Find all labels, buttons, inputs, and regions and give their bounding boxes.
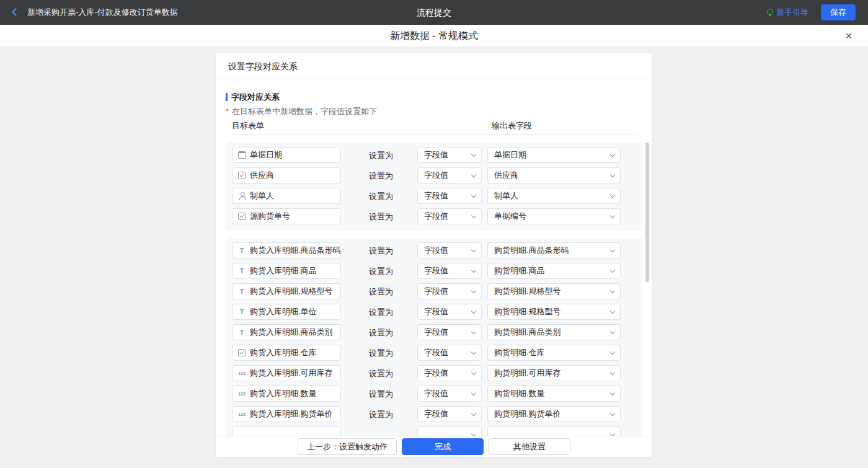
page-mode-title: 流程提交 (417, 0, 451, 25)
chevron-down-icon (471, 370, 476, 375)
output-field-dropdown[interactable]: 购货明细.数量 (487, 386, 621, 402)
target-field-chip: 供应商 (232, 167, 341, 183)
target-field-chip: 源购货单号 (232, 208, 341, 224)
value-type-dropdown[interactable]: 字段值 (417, 283, 482, 299)
chevron-down-icon (471, 268, 476, 273)
value-type-dropdown[interactable]: 字段值 (417, 167, 482, 183)
value-type-dropdown[interactable]: 字段值 (417, 242, 482, 258)
value-type-selected: 字段值 (424, 170, 448, 181)
mapping-row: 制单人 设置为 字段值 制单人 (226, 186, 642, 206)
mapping-row: T 购货入库明细.规格型号 设置为 字段值 购货明细.规格型号 (226, 281, 642, 302)
target-field-chip: T 购货入库明细.单位 (232, 304, 341, 320)
output-field-dropdown[interactable]: 单据编号 (487, 208, 621, 224)
output-field-dropdown[interactable]: 购货明细.商品 (487, 263, 621, 279)
mapping-row (226, 425, 642, 436)
target-field-chip: T 购货入库明细.商品 (232, 263, 341, 279)
target-field-chip: T 购货入库明细.商品类别 (232, 324, 341, 340)
output-field-dropdown[interactable]: 购货明细.仓库 (487, 345, 621, 361)
chevron-down-icon (610, 411, 615, 416)
scrollbar-thumb[interactable] (645, 143, 649, 282)
chevron-down-icon (610, 370, 615, 375)
chevron-down-icon (610, 213, 615, 218)
mapping-row: 123 购货入库明细.可用库存 设置为 字段值 购货明细.可用库存 (226, 363, 642, 384)
mapping-row: 123 购货入库明细.购货单价 设置为 字段值 购货明细.购货单价 (226, 404, 642, 425)
value-type-dropdown[interactable]: 字段值 (417, 147, 482, 163)
output-field-selected: 单据日期 (494, 149, 526, 161)
save-button[interactable]: 保存 (821, 4, 856, 20)
beginner-guide-label: 新手引导 (776, 7, 808, 18)
top-bar: 新增采购开票-入库-付款及修改订货单数据 流程提交 新手引导 保存 (0, 0, 868, 25)
target-field-chip: 单据日期 (232, 147, 341, 163)
value-type-selected: 字段值 (424, 368, 448, 379)
value-type-dropdown[interactable]: 字段值 (417, 208, 482, 224)
target-field-label: 供应商 (250, 170, 274, 181)
close-icon[interactable]: × (842, 29, 856, 43)
value-type-dropdown[interactable]: 字段值 (417, 406, 482, 422)
output-field-dropdown[interactable]: 供应商 (487, 167, 621, 183)
chevron-down-icon (471, 213, 476, 218)
target-field-label: 购货入库明细.数量 (250, 388, 317, 399)
value-type-selected: 字段值 (424, 408, 448, 420)
value-type-selected: 字段值 (424, 327, 448, 338)
number-icon: 123 (237, 410, 246, 418)
output-field-dropdown[interactable]: 购货明细.规格型号 (487, 283, 621, 299)
output-field-selected: 购货明细.数量 (494, 388, 545, 399)
beginner-guide-button[interactable]: 新手引导 (766, 0, 808, 25)
column-header-target-form: 目标表单 (232, 120, 264, 131)
number-icon: 123 (237, 389, 246, 398)
output-field-selected: 购货明细.商品类别 (494, 327, 561, 338)
value-type-dropdown[interactable]: 字段值 (417, 386, 482, 402)
chevron-down-icon (610, 152, 615, 157)
dialog-title: 新增数据 - 常规模式 (390, 25, 478, 47)
column-header-output-fields: 输出表字段 (492, 120, 532, 131)
output-field-dropdown[interactable]: 购货明细.购货单价 (487, 406, 621, 422)
target-field-label: 单据日期 (250, 149, 282, 161)
chevron-down-icon (610, 329, 615, 334)
value-type-dropdown[interactable]: 字段值 (417, 304, 482, 320)
output-field-selected: 购货明细.商品 (494, 265, 545, 276)
output-field-dropdown[interactable] (487, 426, 621, 436)
output-field-selected: 购货明细.商品条形码 (494, 245, 569, 256)
value-type-dropdown[interactable]: 字段值 (417, 365, 482, 381)
prev-step-button[interactable]: 上一步：设置触发动作 (298, 438, 397, 455)
chevron-down-icon (471, 391, 476, 395)
date-icon (237, 151, 246, 159)
chevron-down-icon (610, 391, 615, 395)
chevron-down-icon (610, 268, 615, 273)
set-as-label: 设置为 (369, 145, 393, 166)
output-field-dropdown[interactable]: 购货明细.规格型号 (487, 304, 621, 320)
chevron-down-icon (471, 152, 476, 157)
output-field-selected: 购货明细.仓库 (494, 347, 545, 358)
mapping-group-detail: T 购货入库明细.商品条形码 设置为 字段值 购货明细.商品条形码 T 购货入库… (226, 237, 642, 436)
back-button[interactable] (10, 7, 21, 17)
value-type-dropdown[interactable]: 字段值 (417, 345, 482, 361)
card-footer: 上一步：设置触发动作 完成 其他设置 (216, 436, 652, 457)
set-as-label: 设置为 (369, 186, 393, 206)
card-content: 字段对应关系 *在目标表单中新增数据，字段值设置如下 目标表单 输出表字段 单据… (216, 79, 652, 436)
output-field-dropdown[interactable]: 购货明细.商品条形码 (487, 242, 621, 258)
value-type-selected: 字段值 (424, 388, 448, 399)
none-icon (237, 430, 246, 436)
output-field-dropdown[interactable]: 购货明细.商品类别 (487, 324, 621, 340)
other-settings-button[interactable]: 其他设置 (489, 438, 570, 455)
target-field-label: 购货入库明细.可用库存 (250, 368, 333, 379)
mapping-row: T 购货入库明细.商品条形码 设置为 字段值 购货明细.商品条形码 (226, 241, 642, 261)
target-field-chip (232, 426, 341, 436)
chevron-down-icon (471, 411, 476, 416)
output-field-dropdown[interactable]: 制单人 (487, 188, 621, 204)
select-icon (237, 212, 246, 221)
mapping-group-main: 单据日期 设置为 字段值 单据日期 供应商 设置为 字段值 供应商 制单人 设 (226, 141, 642, 231)
value-type-dropdown[interactable] (417, 426, 482, 436)
output-field-dropdown[interactable]: 购货明细.可用库存 (487, 365, 621, 381)
mapping-row: 购货入库明细.仓库 设置为 字段值 购货明细.仓库 (226, 343, 642, 363)
output-field-selected: 购货明细.规格型号 (494, 286, 561, 297)
target-field-chip: T 购货入库明细.规格型号 (232, 283, 341, 299)
value-type-dropdown[interactable]: 字段值 (417, 263, 482, 279)
value-type-selected: 字段值 (424, 211, 448, 222)
text-icon: T (237, 246, 246, 255)
done-button[interactable]: 完成 (402, 438, 484, 455)
output-field-dropdown[interactable]: 单据日期 (487, 147, 621, 163)
output-field-selected: 购货明细.可用库存 (494, 368, 561, 379)
value-type-dropdown[interactable]: 字段值 (417, 188, 482, 204)
value-type-dropdown[interactable]: 字段值 (417, 324, 482, 340)
